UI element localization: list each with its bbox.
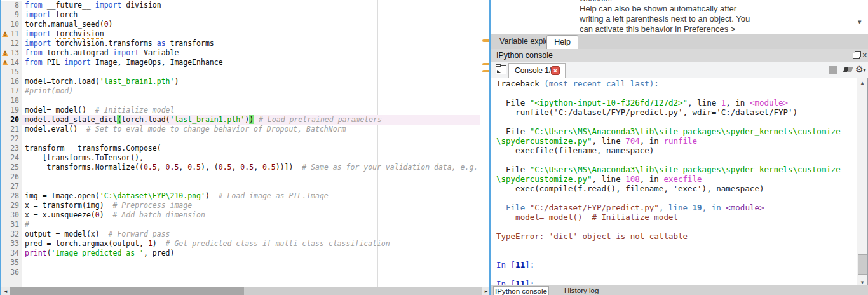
code-line[interactable]: 34print('Image predicted as ', pred) <box>1 249 480 258</box>
code-line[interactable]: !11import torchvision <box>1 29 480 39</box>
vscrollbar-thumb[interactable] <box>858 254 867 275</box>
gutter <box>1 277 22 287</box>
code-line[interactable]: 16model=torch.load('last_brain1.pth') <box>1 77 480 86</box>
help-text: Console. Help can also be shown automati… <box>580 0 770 34</box>
line-number: 29 <box>1 201 22 210</box>
browse-tabs-icon[interactable] <box>496 65 506 74</box>
stop-icon[interactable] <box>829 66 837 74</box>
line-number: 35 <box>1 258 22 268</box>
line-number: 26 <box>1 172 22 182</box>
tab-help[interactable]: Help <box>546 35 578 50</box>
code-line[interactable]: 29x = transform(img) # Preprocess image <box>1 201 480 210</box>
console-line <box>496 270 841 279</box>
close-console-tab-icon[interactable]: × <box>551 66 560 75</box>
console-tab-label: Console 1/A <box>515 66 556 75</box>
line-number: 36 <box>1 268 22 277</box>
console-vscrollbar[interactable] <box>857 78 867 287</box>
tab-history-log[interactable]: History log <box>564 287 599 294</box>
line-number: 16 <box>1 77 22 86</box>
code-line[interactable]: 9import torch <box>1 10 480 20</box>
line-number: 23 <box>1 144 22 153</box>
line-number: 33 <box>1 239 22 249</box>
scroll-left-arrow-icon[interactable] <box>1 287 10 295</box>
tab-console-1a[interactable]: Console 1/A × <box>508 63 566 78</box>
code-line[interactable]: !14from PIL import Image, ImageOps, Imag… <box>1 58 480 67</box>
console-line: In [11]: <box>496 260 841 270</box>
help-text-line: can activate this behavior in Preference… <box>580 24 770 34</box>
code-line[interactable]: 21model.eval() # Set to eval mode to cha… <box>1 125 480 134</box>
line-number: 32 <box>1 230 22 239</box>
console-line: \spydercustomize.py", line 108, in execf… <box>496 174 841 184</box>
console-line: File "C:/dataset/FYP/predict.py", line 1… <box>496 203 841 212</box>
code-line[interactable]: 19model= model() # Initialize model <box>1 106 480 115</box>
code-area[interactable]: 8from __future__ import division9import … <box>1 1 480 277</box>
line-number: 19 <box>1 106 22 115</box>
console-line <box>496 241 841 250</box>
line-number: 20 <box>1 115 22 125</box>
code-line[interactable]: 23transform = transforms.Compose( <box>1 144 480 153</box>
code-line[interactable]: 28img = Image.open('C:\dataset\FYP\210.p… <box>1 191 480 201</box>
code-line[interactable]: 10torch.manual_seed(0) <box>1 20 480 29</box>
help-text-line: Help can also be shown automatically aft… <box>580 4 770 14</box>
code-line[interactable]: 15 <box>1 67 480 77</box>
right-panel: Console. Help can also be shown automati… <box>489 0 868 295</box>
line-number: 9 <box>1 10 22 20</box>
editor-hscrollbar[interactable] <box>1 287 491 295</box>
code-line[interactable]: !13from torch.autograd import Variable <box>1 48 480 58</box>
remove-variables-eraser-icon[interactable] <box>843 67 853 72</box>
code-line[interactable]: 12import torchvision.transforms as trans… <box>1 39 480 48</box>
code-line[interactable]: 20model.load_state_dict(torch.load('last… <box>1 115 480 125</box>
line-number: 15 <box>1 67 22 77</box>
help-scroll-down-icon[interactable] <box>858 18 862 26</box>
console-line: Traceback (most recent call last): <box>496 79 841 88</box>
code-line[interactable]: 30x = x.unsqueeze(0) # Add batch dimensi… <box>1 210 480 220</box>
console-line: File "C:\Users\MS\Anaconda3\lib\site-pac… <box>496 127 841 136</box>
console-line: File "C:\Users\MS\Anaconda3\lib\site-pac… <box>496 165 841 174</box>
code-line[interactable]: 33pred = torch.argmax(output, 1) # Get p… <box>1 239 480 249</box>
close-pane-icon[interactable]: × <box>862 50 867 60</box>
console-line: exec(compile(f.read(), filename, 'exec')… <box>496 184 841 193</box>
console-output[interactable]: Traceback (most recent call last): File … <box>491 78 868 287</box>
ipython-console-header: IPython console × <box>491 49 868 62</box>
console-line <box>496 222 841 231</box>
help-box-border <box>576 0 576 34</box>
console-line <box>496 117 841 127</box>
code-editor-pane[interactable]: 8from __future__ import division9import … <box>0 0 489 295</box>
code-line[interactable]: 32output = model(x) # Forward pass <box>1 230 480 239</box>
pane-title: IPython console <box>496 51 553 60</box>
code-line[interactable]: 22 <box>1 134 480 144</box>
line-number: 17 <box>1 86 22 96</box>
code-line[interactable]: 31# <box>1 220 480 230</box>
line-number: 30 <box>1 210 22 220</box>
code-line[interactable]: 24 [transforms.ToTensor(), <box>1 153 480 163</box>
help-pane[interactable]: Console. Help can also be shown automati… <box>491 0 868 34</box>
top-tab-bar: Variable explorer Help <box>491 34 868 49</box>
code-line[interactable]: 35 <box>1 258 480 268</box>
options-gear-icon[interactable]: ⚙ <box>855 64 866 74</box>
scroll-up-arrow-icon[interactable] <box>857 78 867 87</box>
line-number: 24 <box>1 153 22 163</box>
hscrollbar-thumb[interactable] <box>10 287 244 295</box>
code-line[interactable]: 8from __future__ import division <box>1 1 480 10</box>
code-line[interactable]: 25 transforms.Normalize((0.5, 0.5, 0.5),… <box>1 163 480 172</box>
console-line <box>496 88 841 98</box>
code-line[interactable]: 36 <box>1 268 480 277</box>
console-line: File "<ipython-input-10-f326fd7127d2>", … <box>496 98 841 107</box>
code-line[interactable]: 18 <box>1 96 480 106</box>
help-box-border <box>773 0 773 34</box>
code-line[interactable]: 27 <box>1 182 480 191</box>
undock-icon[interactable] <box>853 53 860 59</box>
console-line: execfile(filename, namespace) <box>496 146 841 155</box>
bottom-tab-bar: IPython console History log <box>491 285 868 295</box>
line-number: 12 <box>1 39 22 48</box>
code-line[interactable]: 17#print(mod) <box>1 86 480 96</box>
tab-ipython-console[interactable]: IPython console <box>493 286 549 295</box>
line-number: 27 <box>1 182 22 191</box>
console-line: \spydercustomize.py", line 704, in runfi… <box>496 136 841 146</box>
console-line <box>496 155 841 165</box>
line-number: 22 <box>1 134 22 144</box>
line-number: 31 <box>1 220 22 230</box>
line-number: 21 <box>1 125 22 134</box>
code-line[interactable]: 26 <box>1 172 480 182</box>
console-tab-row: Console 1/A × ⚙ <box>491 62 868 78</box>
